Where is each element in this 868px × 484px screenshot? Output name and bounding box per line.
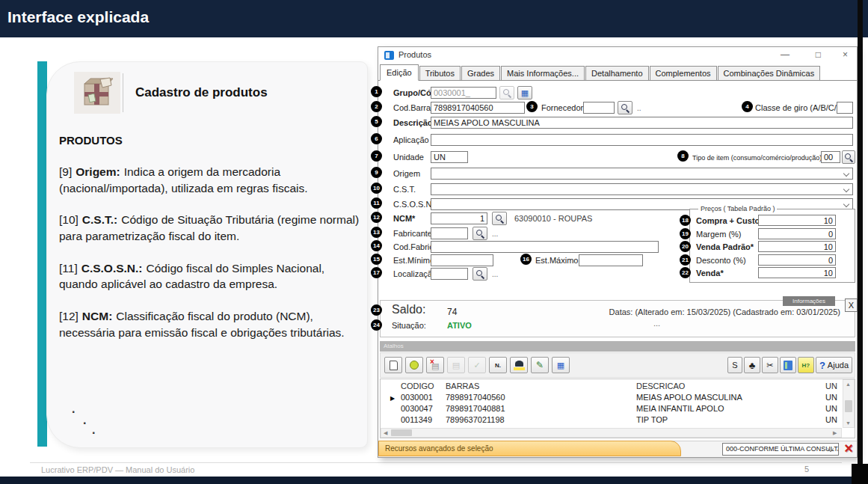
s-button[interactable]: S: [727, 357, 742, 373]
cut-button[interactable]: ✂: [762, 357, 778, 373]
fornecedor-input[interactable]: [583, 102, 615, 114]
callout-2: 2: [371, 101, 382, 112]
header-codigo[interactable]: CODIGO: [401, 382, 434, 390]
ncm-input[interactable]: 1: [431, 212, 487, 224]
cod-fabrica-input[interactable]: [431, 241, 659, 253]
table-row-descricao[interactable]: TIP TOP: [636, 415, 668, 424]
tab-grades[interactable]: Grades: [461, 66, 500, 81]
ncm-search-button[interactable]: [492, 212, 507, 225]
slide-title-bar: Interface explicada: [0, 0, 868, 37]
localizacao-search-button[interactable]: [473, 267, 487, 281]
informacoes-button[interactable]: Informações: [783, 296, 835, 306]
datas-ellipsis: ...: [653, 319, 660, 328]
horizontal-scroll-thumb[interactable]: [391, 429, 412, 436]
tab-detalhamento[interactable]: Detalhamento: [585, 66, 649, 81]
descricao-input[interactable]: MEIAS APOLO MASCULINA: [431, 117, 853, 129]
table-row-barras[interactable]: 7898917040881: [446, 404, 505, 413]
scroll-down-icon[interactable]: ▼: [846, 420, 851, 426]
margem-input[interactable]: 0: [758, 228, 836, 239]
origem-label: Origem: [393, 169, 420, 178]
club-button[interactable]: ♣: [744, 357, 760, 373]
table-row-barras[interactable]: 7898917040560: [446, 393, 505, 402]
delete-record-button[interactable]: ▤×: [426, 357, 444, 373]
tipo-item-search-button[interactable]: [842, 150, 855, 164]
classe-giro-input[interactable]: [837, 102, 853, 114]
est-minimo-input[interactable]: [431, 254, 493, 266]
scroll-right-icon[interactable]: ▶: [833, 430, 837, 436]
highlight-button[interactable]: [510, 357, 528, 373]
delete-icon: ▤×: [430, 360, 440, 370]
table-row-codigo[interactable]: 0011349: [401, 415, 432, 424]
table-row-codigo[interactable]: 0030001: [401, 393, 433, 402]
scissors-icon: ✂: [766, 361, 773, 370]
grupo-search-button[interactable]: [499, 86, 514, 99]
edit-button[interactable]: ✎: [531, 357, 549, 373]
callout-22: 22: [680, 267, 691, 278]
cod-barras-input[interactable]: 7898917040560: [431, 102, 525, 114]
tab-tributos[interactable]: Tributos: [419, 66, 461, 81]
new-document-icon: [390, 361, 398, 370]
open-record-button[interactable]: [405, 357, 423, 373]
table-row-descricao[interactable]: MEIA INFANTIL APOLO: [636, 404, 724, 413]
card-subheading: PRODUTOS: [59, 134, 123, 147]
grid-view-button[interactable]: ▦: [552, 357, 570, 373]
scroll-up-icon[interactable]: ▲: [846, 382, 851, 387]
tab-mais-informacoes[interactable]: Mais Informações...: [501, 66, 585, 81]
right-accent-strip: [858, 0, 863, 484]
scroll-left-icon[interactable]: ◀: [384, 430, 387, 436]
fornecedor-search-button[interactable]: [618, 101, 632, 114]
grupo-table-button[interactable]: ▦: [517, 86, 532, 99]
grupo-input[interactable]: 0030001_: [431, 87, 496, 99]
callout-20: 20: [680, 241, 691, 252]
ajuda-button[interactable]: ?Ajuda: [816, 357, 852, 373]
header-un[interactable]: UN: [825, 382, 837, 390]
est-maximo-input[interactable]: [579, 254, 643, 266]
tab-combinacoes[interactable]: Combinações Dinâmicas: [718, 66, 821, 81]
table-row-un[interactable]: UN: [825, 393, 837, 402]
aplicacao-input[interactable]: [431, 134, 853, 146]
tab-edicao[interactable]: Edição: [380, 64, 419, 81]
fabricante-input[interactable]: [431, 227, 468, 239]
paragraph-csosn: [11]C.S.O.S.N.:Código fiscal do Simples …: [59, 260, 361, 292]
minimize-button[interactable]: —: [781, 49, 789, 60]
unidade-input[interactable]: UN: [431, 151, 468, 163]
cancel-red-x-button[interactable]: ×: [842, 441, 855, 455]
copy-button[interactable]: ▤: [447, 357, 465, 373]
localizacao-input[interactable]: [431, 268, 468, 280]
paragraph-ncm: [12]NCM:Classificação fiscal do produto …: [59, 308, 361, 340]
tab-complementos[interactable]: Complementos: [650, 66, 717, 81]
venda-input[interactable]: 10: [758, 267, 836, 278]
venda-padrao-input[interactable]: 10: [758, 241, 836, 252]
manual-button[interactable]: [780, 357, 796, 373]
ajuda-label: Ajuda: [828, 361, 849, 370]
table-row-un[interactable]: UN: [825, 415, 837, 424]
tipo-item-input[interactable]: 00: [821, 151, 840, 163]
h-help-button[interactable]: H?: [798, 357, 814, 373]
recursos-avancados-tab[interactable]: Recursos avançados de seleção: [378, 441, 681, 456]
icon-divider: [123, 73, 123, 112]
table-row-barras[interactable]: 7899637021198: [446, 415, 505, 424]
cst-label: C.S.T.: [393, 185, 416, 194]
maximize-button[interactable]: □: [816, 49, 821, 60]
vertical-scroll-thumb[interactable]: [845, 400, 852, 412]
new-record-button[interactable]: [384, 357, 402, 373]
header-barras[interactable]: BARRAS: [446, 382, 479, 390]
header-descricao[interactable]: DESCRICAO: [636, 382, 685, 390]
desconto-input[interactable]: 0: [758, 254, 836, 266]
cst-select[interactable]: [431, 183, 853, 195]
close-button[interactable]: ×: [843, 49, 848, 60]
fabricante-search-button[interactable]: [473, 227, 487, 240]
origem-select[interactable]: [431, 168, 853, 180]
n-button[interactable]: N.: [489, 357, 507, 373]
consulta-dropdown[interactable]: 000-CONFORME ÚLTIMA CONSULTA: [722, 443, 839, 456]
panel-close-button[interactable]: X: [845, 298, 858, 312]
table-row-descricao[interactable]: MEIAS APOLO MASCULINA: [636, 393, 742, 402]
compra-custos-input[interactable]: 10: [758, 215, 836, 226]
toolbar-right-group: S ♣ ✂ H? ?Ajuda: [727, 357, 852, 373]
saldo-label: Saldo:: [392, 303, 425, 316]
confirm-button[interactable]: ✓: [468, 357, 486, 373]
bottom-right-accent: [852, 464, 868, 484]
table-row-codigo[interactable]: 0030047: [401, 404, 433, 413]
horizontal-scrollbar[interactable]: [381, 428, 842, 438]
table-row-un[interactable]: UN: [825, 404, 837, 413]
